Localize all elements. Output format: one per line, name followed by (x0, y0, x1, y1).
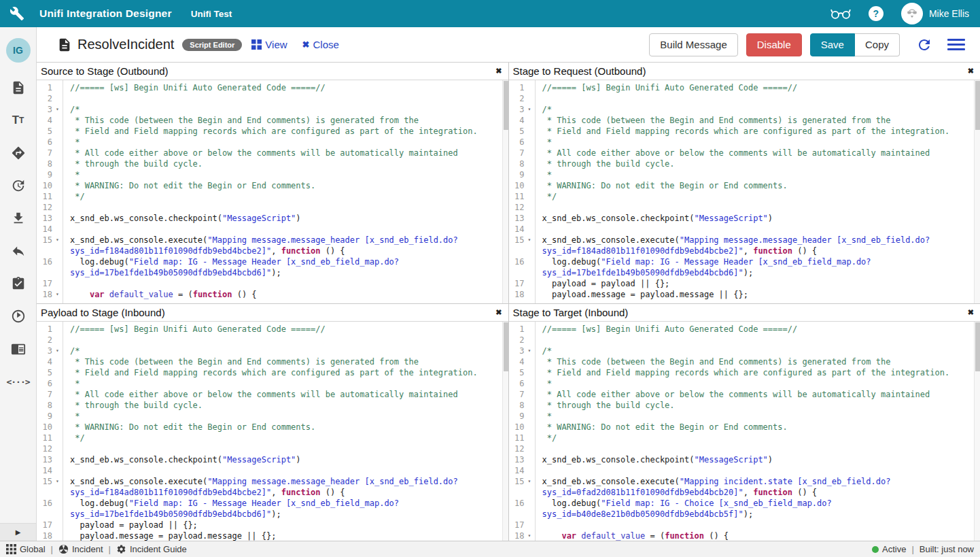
code-text: * All code either above or below the com… (535, 148, 975, 158)
code-line: 17 (37, 278, 502, 289)
environment-name[interactable]: Unifi Test (191, 9, 232, 19)
line-gutter: 13 (509, 454, 535, 465)
line-gutter: 8 (37, 400, 63, 411)
sidebar-item-script[interactable] (10, 80, 27, 96)
fold-arrow-icon[interactable]: ▾ (52, 476, 63, 498)
line-number: 18 (37, 289, 52, 300)
line-gutter: 9 (37, 169, 63, 180)
code-row: */ (542, 433, 975, 443)
line-number: 4 (37, 356, 52, 367)
scrollbar[interactable] (502, 322, 508, 541)
fold-arrow-icon[interactable]: ▾ (525, 476, 535, 498)
build-message-button[interactable]: Build Message (649, 33, 737, 56)
breadcrumb-incident-guide[interactable]: Incident Guide (116, 544, 187, 554)
panel-close-icon[interactable]: ✖ (495, 67, 502, 75)
sidebar-item-run[interactable] (10, 308, 27, 324)
code-editor[interactable]: 1//===== [ws] Begin Unifi Auto Generated… (37, 80, 508, 303)
line-gutter: 10 (509, 422, 535, 433)
user-menu[interactable]: Mike Ellis (901, 3, 969, 24)
code-area[interactable]: 1//===== [ws] Begin Unifi Auto Generated… (37, 80, 502, 303)
code-area[interactable]: 1//===== [ws] Begin Unifi Auto Generated… (37, 322, 502, 541)
fold-spacer (52, 389, 63, 400)
code-line: 17 (509, 520, 975, 530)
sidebar-item-tasks[interactable] (10, 275, 27, 292)
fold-spacer (52, 356, 63, 367)
code-area[interactable]: 1//===== [ws] Begin Unifi Auto Generated… (509, 322, 975, 541)
integration-avatar[interactable]: IG (6, 38, 31, 63)
fold-arrow-icon[interactable]: ▾ (52, 235, 63, 256)
code-text: * through the build cycle. (63, 400, 502, 411)
code-row: /* (542, 104, 975, 115)
line-gutter: 12 (37, 202, 63, 213)
fold-arrow-icon[interactable]: ▾ (525, 345, 535, 356)
help-icon[interactable]: ? (869, 6, 883, 21)
line-number: 16 (37, 498, 52, 520)
sidebar-item-download[interactable] (10, 210, 27, 226)
scrollbar[interactable] (974, 322, 980, 541)
sidebar-item-code[interactable]: <···> (10, 373, 27, 390)
code-row: */ (70, 191, 502, 202)
sidebar-expand-button[interactable]: ▶ (0, 523, 36, 541)
scrollbar-thumb[interactable] (975, 322, 980, 371)
sidebar-item-directions[interactable] (10, 145, 27, 161)
code-editor[interactable]: 1//===== [ws] Begin Unifi Auto Generated… (509, 80, 980, 303)
close-link[interactable]: ✖ Close (302, 39, 339, 50)
fold-arrow-icon[interactable]: ▾ (52, 345, 63, 356)
fold-arrow-icon[interactable]: ▾ (52, 289, 63, 300)
line-number: 2 (37, 335, 52, 345)
refresh-icon[interactable] (916, 37, 932, 53)
fold-arrow-icon[interactable]: ▾ (52, 104, 63, 115)
code-line: 9 * (37, 411, 502, 422)
panel-title: Stage to Target (Inbound) (513, 307, 968, 318)
panel-close-icon[interactable]: ✖ (968, 67, 974, 75)
line-number: 8 (37, 400, 52, 411)
panel-header: Source to Stage (Outbound)✖ (37, 63, 508, 80)
code-line: 6 * (37, 137, 502, 148)
code-row: var default_value = (function () { (542, 530, 975, 541)
sidebar-item-history[interactable] (10, 178, 27, 194)
copy-button[interactable]: Copy (855, 33, 900, 56)
save-button[interactable]: Save (810, 33, 855, 56)
scrollbar-thumb[interactable] (504, 322, 508, 371)
code-text: payload = payload || {}; (63, 520, 502, 530)
code-text: * through the build cycle. (535, 400, 975, 411)
breadcrumb-incident[interactable]: Incident (58, 544, 103, 554)
fold-arrow-icon[interactable]: ▾ (525, 104, 535, 115)
code-text (535, 443, 975, 454)
spectate-glasses-icon[interactable] (830, 7, 851, 20)
script-panel: Stage to Request (Outbound)✖1//===== [ws… (509, 63, 980, 303)
line-gutter: 10 (37, 180, 63, 191)
panel-close-icon[interactable]: ✖ (495, 308, 502, 317)
line-gutter: 4 (37, 115, 63, 126)
scrollbar[interactable] (974, 80, 980, 303)
code-editor[interactable]: 1//===== [ws] Begin Unifi Auto Generated… (37, 322, 508, 541)
code-row: x_snd_eb.ws_console.checkpoint("MessageS… (70, 454, 502, 465)
scrollbar-thumb[interactable] (504, 81, 508, 130)
panel-close-icon[interactable]: ✖ (968, 308, 974, 317)
line-gutter: 11 (37, 191, 63, 202)
code-area[interactable]: 1//===== [ws] Begin Unifi Auto Generated… (509, 80, 975, 303)
disable-button[interactable]: Disable (746, 33, 802, 56)
line-number: 15 (37, 235, 52, 256)
fold-arrow-icon[interactable]: ▾ (525, 235, 535, 256)
sidebar-item-documentation[interactable] (10, 341, 27, 357)
code-line: 4 * This code (between the Begin and End… (509, 115, 975, 126)
scrollbar[interactable] (502, 80, 508, 303)
wrench-icon[interactable] (10, 6, 24, 21)
code-row: x_snd_eb.ws_console.checkpoint("MessageS… (70, 213, 502, 224)
code-row (70, 443, 502, 454)
menu-icon[interactable] (947, 39, 965, 50)
code-row: var default_value = (function () { (70, 289, 502, 300)
sidebar-item-undo[interactable] (10, 243, 27, 259)
fold-spacer (525, 180, 535, 191)
code-row: sys_id=0fad2d081b11f01090dfdb9ebd4bcb20]… (542, 487, 975, 498)
line-number: 3 (509, 104, 525, 115)
view-link[interactable]: View (251, 39, 287, 50)
sidebar-item-text-format[interactable]: TT (10, 112, 27, 129)
scrollbar-thumb[interactable] (975, 81, 980, 130)
code-text: * (63, 411, 502, 422)
code-editor[interactable]: 1//===== [ws] Begin Unifi Auto Generated… (509, 322, 980, 541)
fold-arrow-icon[interactable]: ▾ (525, 530, 535, 541)
code-row: * (70, 411, 502, 422)
scope-global[interactable]: Global (6, 544, 46, 554)
